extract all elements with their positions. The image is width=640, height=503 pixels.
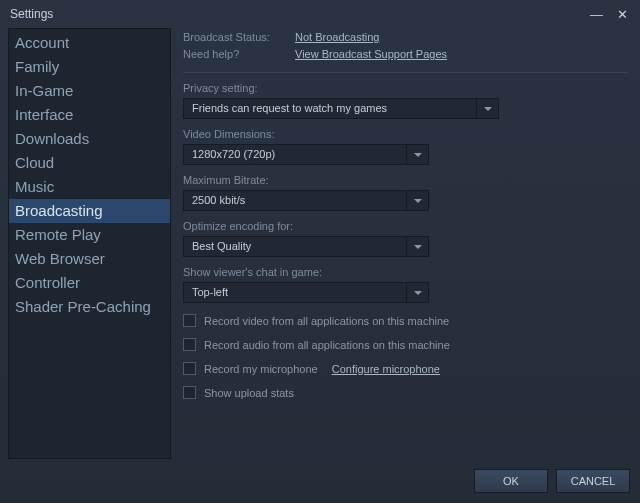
chevron-down-icon[interactable] (406, 283, 428, 302)
encoding-value: Best Quality (184, 237, 406, 256)
broadcast-status-row: Broadcast Status: Not Broadcasting (183, 30, 628, 45)
record-audio-checkbox[interactable] (183, 338, 196, 351)
settings-window: Settings — ✕ Account Family In-Game Inte… (0, 0, 640, 503)
dimensions-dropdown[interactable]: 1280x720 (720p) (183, 144, 429, 165)
chevron-down-icon[interactable] (406, 191, 428, 210)
chat-dropdown[interactable]: Top-left (183, 282, 429, 303)
encoding-dropdown[interactable]: Best Quality (183, 236, 429, 257)
window-controls: — ✕ (586, 7, 632, 22)
sidebar-item-remote-play[interactable]: Remote Play (9, 223, 170, 247)
divider (183, 72, 628, 73)
record-video-label: Record video from all applications on th… (204, 315, 449, 327)
content-area: Account Family In-Game Interface Downloa… (0, 28, 640, 465)
sidebar-item-in-game[interactable]: In-Game (9, 79, 170, 103)
help-row: Need help? View Broadcast Support Pages (183, 47, 628, 62)
broadcast-status-value[interactable]: Not Broadcasting (295, 30, 379, 45)
sidebar-item-account[interactable]: Account (9, 31, 170, 55)
upload-stats-row: Show upload stats (183, 386, 628, 399)
dimensions-value: 1280x720 (720p) (184, 145, 406, 164)
bitrate-value: 2500 kbit/s (184, 191, 406, 210)
sidebar-item-music[interactable]: Music (9, 175, 170, 199)
help-label: Need help? (183, 47, 277, 62)
cancel-button[interactable]: CANCEL (556, 469, 630, 493)
sidebar-item-cloud[interactable]: Cloud (9, 151, 170, 175)
titlebar: Settings — ✕ (0, 0, 640, 28)
chevron-down-icon[interactable] (406, 145, 428, 164)
help-link[interactable]: View Broadcast Support Pages (295, 47, 447, 62)
privacy-label: Privacy setting: (183, 82, 628, 94)
sidebar-item-shader-pre-caching[interactable]: Shader Pre-Caching (9, 295, 170, 319)
upload-stats-checkbox[interactable] (183, 386, 196, 399)
ok-button[interactable]: OK (474, 469, 548, 493)
upload-stats-label: Show upload stats (204, 387, 294, 399)
close-icon[interactable]: ✕ (613, 7, 632, 22)
sidebar-item-controller[interactable]: Controller (9, 271, 170, 295)
bitrate-label: Maximum Bitrate: (183, 174, 628, 186)
chevron-down-icon[interactable] (406, 237, 428, 256)
privacy-value: Friends can request to watch my games (184, 99, 476, 118)
chat-label: Show viewer's chat in game: (183, 266, 628, 278)
footer: OK CANCEL (0, 465, 640, 503)
privacy-dropdown[interactable]: Friends can request to watch my games (183, 98, 499, 119)
encoding-label: Optimize encoding for: (183, 220, 628, 232)
chevron-down-icon[interactable] (476, 99, 498, 118)
record-audio-row: Record audio from all applications on th… (183, 338, 628, 351)
sidebar-item-family[interactable]: Family (9, 55, 170, 79)
window-title: Settings (10, 7, 53, 21)
minimize-icon[interactable]: — (586, 7, 607, 22)
sidebar-item-broadcasting[interactable]: Broadcasting (9, 199, 170, 223)
broadcast-status-label: Broadcast Status: (183, 30, 277, 45)
record-mic-row: Record my microphone Configure microphon… (183, 362, 628, 375)
configure-mic-link[interactable]: Configure microphone (332, 363, 440, 375)
bitrate-dropdown[interactable]: 2500 kbit/s (183, 190, 429, 211)
record-audio-label: Record audio from all applications on th… (204, 339, 450, 351)
record-mic-checkbox[interactable] (183, 362, 196, 375)
record-video-row: Record video from all applications on th… (183, 314, 628, 327)
sidebar: Account Family In-Game Interface Downloa… (8, 28, 171, 459)
record-video-checkbox[interactable] (183, 314, 196, 327)
sidebar-item-interface[interactable]: Interface (9, 103, 170, 127)
main-panel: Broadcast Status: Not Broadcasting Need … (179, 28, 632, 459)
sidebar-item-downloads[interactable]: Downloads (9, 127, 170, 151)
sidebar-item-web-browser[interactable]: Web Browser (9, 247, 170, 271)
chat-value: Top-left (184, 283, 406, 302)
dimensions-label: Video Dimensions: (183, 128, 628, 140)
record-mic-label: Record my microphone (204, 363, 318, 375)
